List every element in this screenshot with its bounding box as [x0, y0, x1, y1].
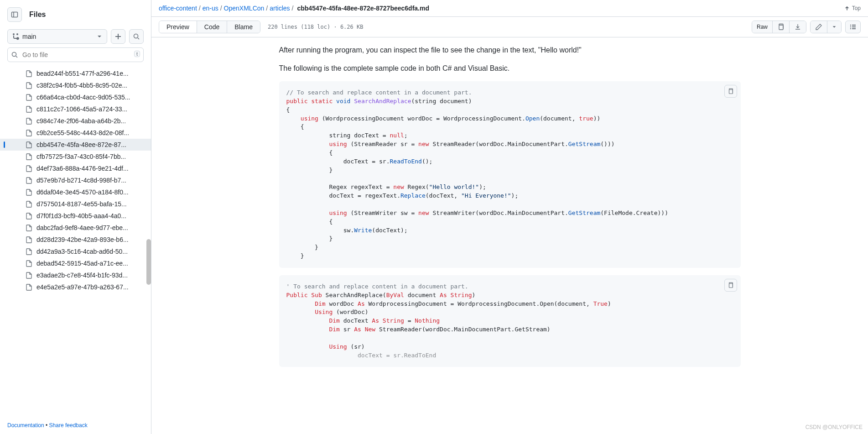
svg-line-3	[138, 38, 139, 39]
file-item[interactable]: bead244f-b551-477f-a296-41e...	[0, 68, 151, 79]
sidebar: Files main t bead244f-b551-477f-a296-	[0, 0, 151, 434]
file-item[interactable]: dabc2fad-9ef8-4aee-9d77-ebe...	[0, 222, 151, 234]
file-item[interactable]: c66a64ca-cb0d-4acc-9d05-535...	[0, 91, 151, 103]
file-icon	[26, 153, 33, 160]
edit-menu-button[interactable]	[827, 21, 841, 33]
file-name: d6daf04e-3e45-4570-a184-8f0...	[36, 188, 129, 196]
file-item[interactable]: d4ef73a6-888a-4476-9e21-4df...	[0, 162, 151, 174]
file-name: c66a64ca-cb0d-4acc-9d05-535...	[36, 94, 130, 101]
paragraph: The following is the complete sample cod…	[279, 63, 741, 74]
edit-button[interactable]	[811, 21, 827, 33]
sidebar-footer: Documentation • Share feedback	[0, 417, 151, 434]
list-icon	[849, 23, 857, 31]
code-block-vb: ' To search and replace content in a doc…	[279, 275, 741, 367]
tab-blame[interactable]: Blame	[227, 21, 260, 33]
file-search-input[interactable]	[7, 47, 144, 62]
breadcrumb-link[interactable]: office-content	[159, 5, 197, 12]
file-item[interactable]: d57e9b7d-b271-4c8d-998f-b7...	[0, 174, 151, 186]
code-block-csharp: // To search and replace content in a do…	[279, 81, 741, 268]
file-icon	[26, 283, 33, 291]
svg-rect-7	[729, 90, 733, 94]
file-icon	[26, 260, 33, 267]
download-button[interactable]	[790, 21, 806, 33]
file-tree[interactable]: bead244f-b551-477f-a296-41e...c38f2c94-f…	[0, 66, 151, 417]
file-item[interactable]: d7f0f1d3-bcf9-40b5-aaa4-4a0...	[0, 210, 151, 222]
copy-raw-button[interactable]	[773, 21, 790, 33]
file-icon	[26, 70, 33, 77]
copy-code-button[interactable]	[724, 279, 737, 292]
file-name: dd42a9a3-5c16-4cab-ad6d-50...	[36, 248, 128, 255]
tab-code[interactable]: Code	[197, 21, 227, 33]
raw-button[interactable]: Raw	[752, 21, 773, 33]
file-name: e4e5a2e5-a97e-47b9-a263-67...	[36, 283, 129, 291]
file-icon	[26, 94, 33, 101]
branch-icon	[12, 33, 20, 40]
outline-button[interactable]	[845, 21, 861, 33]
file-item[interactable]: c9b2ce55-548c-4443-8d2e-08f...	[0, 127, 151, 139]
view-tabs: Preview Code Blame	[159, 21, 260, 33]
copy-icon	[728, 282, 734, 288]
svg-rect-8	[729, 283, 733, 288]
file-name: d7f0f1d3-bcf9-40b5-aaa4-4a0...	[36, 212, 126, 220]
file-icon	[26, 129, 33, 136]
plus-icon	[114, 33, 122, 40]
search-button[interactable]	[129, 29, 144, 44]
file-item[interactable]: d6daf04e-3e45-4570-a184-8f0...	[0, 186, 151, 198]
file-icon	[26, 200, 33, 208]
breadcrumb-link[interactable]: en-us	[203, 5, 218, 12]
feedback-link[interactable]: Share feedback	[49, 422, 88, 429]
file-name: d7575014-8187-4e55-bafa-15...	[36, 200, 127, 208]
file-name: c9b2ce55-548c-4443-8d2e-08f...	[36, 129, 129, 136]
branch-name: main	[22, 33, 36, 40]
file-name: bead244f-b551-477f-a296-41e...	[36, 70, 129, 77]
pencil-icon	[815, 23, 822, 31]
file-item[interactable]: d7575014-8187-4e55-bafa-15...	[0, 198, 151, 210]
top-link[interactable]: Top	[844, 5, 861, 11]
file-item[interactable]: dd42a9a3-5c16-4cab-ad6d-50...	[0, 246, 151, 257]
svg-rect-0	[12, 12, 18, 17]
file-icon	[26, 236, 33, 243]
tab-preview[interactable]: Preview	[159, 21, 197, 33]
file-item[interactable]: cbb4547e-45fa-48ee-872e-87...	[0, 139, 151, 151]
sidebar-title: Files	[29, 10, 46, 19]
file-name: cfb75725-f3a7-43c0-85f4-7bb...	[36, 153, 126, 160]
file-item[interactable]: e3adae2b-c7e8-45f4-b1fc-93d...	[0, 269, 151, 281]
branch-select[interactable]: main	[7, 29, 107, 44]
watermark: CSDN @ONLYOFFICE	[806, 424, 863, 430]
file-name: c984c74e-2f06-4aba-a64b-2b...	[36, 117, 126, 125]
file-icon	[26, 141, 33, 148]
file-name: dd28d239-42be-42a9-893e-b6...	[36, 236, 129, 243]
file-item[interactable]: debad542-5915-45ad-a71c-ee...	[0, 257, 151, 269]
caret-down-icon	[97, 34, 102, 39]
documentation-link[interactable]: Documentation	[7, 422, 44, 429]
file-item[interactable]: e4e5a2e5-a97e-47b9-a263-67...	[0, 281, 151, 293]
file-name: d57e9b7d-b271-4c8d-998f-b7...	[36, 177, 126, 184]
code-content: // To search and replace content in a do…	[286, 89, 733, 261]
kbd-hint: t	[134, 51, 140, 57]
file-item[interactable]: cfb75725-f3a7-43c0-85f4-7bb...	[0, 151, 151, 162]
add-file-button[interactable]	[111, 29, 125, 44]
search-icon	[133, 33, 140, 40]
copy-code-button[interactable]	[724, 85, 737, 98]
file-name: c811c2c7-1066-45a5-a724-33...	[36, 105, 127, 113]
svg-point-4	[12, 52, 16, 57]
file-name: cbb4547e-45fa-48ee-872e-87...	[36, 141, 126, 148]
file-item[interactable]: dd28d239-42be-42a9-893e-b6...	[0, 234, 151, 246]
file-icon	[26, 117, 33, 125]
file-item[interactable]: c811c2c7-1066-45a5-a724-33...	[0, 103, 151, 115]
file-icon	[26, 188, 33, 196]
article-scroll[interactable]: After running the program, you can inspe…	[151, 37, 868, 434]
breadcrumb-link[interactable]: articles	[270, 5, 290, 12]
caret-down-icon	[832, 25, 837, 29]
file-item[interactable]: c984c74e-2f06-4aba-a64b-2b...	[0, 115, 151, 127]
paragraph: After running the program, you can inspe…	[279, 45, 741, 56]
main-content: office-content/en-us/OpenXMLCon/articles…	[151, 0, 868, 434]
file-icon	[26, 212, 33, 220]
file-name: debad542-5915-45ad-a71c-ee...	[36, 260, 128, 267]
breadcrumb: office-content/en-us/OpenXMLCon/articles…	[151, 0, 868, 17]
panel-toggle-button[interactable]	[7, 7, 22, 22]
file-item[interactable]: c38f2c94-f0b5-4bb5-8c95-02e...	[0, 79, 151, 91]
breadcrumb-link[interactable]: OpenXMLCon	[224, 5, 265, 12]
file-name: e3adae2b-c7e8-45f4-b1fc-93d...	[36, 272, 128, 279]
file-icon	[26, 272, 33, 279]
